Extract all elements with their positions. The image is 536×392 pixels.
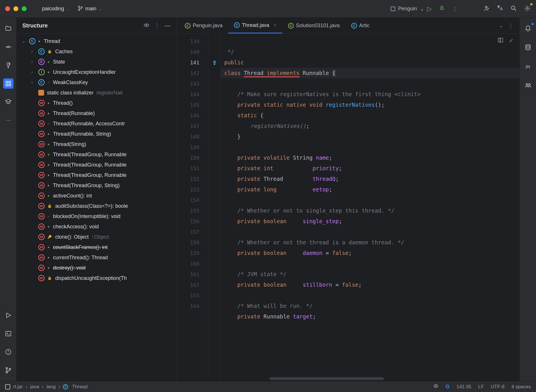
chevron-right-icon[interactable]: › <box>31 70 37 74</box>
svg-point-4 <box>485 6 487 8</box>
maven-tool-icon[interactable]: m <box>523 61 533 72</box>
translate-icon[interactable] <box>497 5 503 13</box>
file-encoding[interactable]: UTF-8 <box>491 384 505 390</box>
tree-item[interactable]: m○blockedOn(Interruptible): void <box>17 211 176 221</box>
svg-text:?: ? <box>9 63 10 65</box>
project-name: paicoding <box>42 6 64 12</box>
tree-item[interactable]: m🔒dispatchUncaughtException(Th <box>17 273 176 283</box>
dependencies-icon[interactable]: ? <box>3 60 13 70</box>
project-tool-icon[interactable] <box>3 23 13 34</box>
run-button[interactable]: ▷ <box>427 5 432 13</box>
cursor-position[interactable]: 141:35 <box>456 384 471 390</box>
tree-item[interactable]: › C 🔒 Caches <box>17 46 176 57</box>
code-editor[interactable]: */ public class Thread implements Runnab… <box>221 34 519 381</box>
code-with-me-icon[interactable] <box>483 5 490 13</box>
tree-item[interactable]: m●Thread(Runnable) <box>17 108 176 118</box>
class-icon: C <box>38 48 45 55</box>
tree-label: Thread <box>44 38 60 44</box>
database-tool-icon[interactable] <box>523 42 533 53</box>
tab-artic[interactable]: C Artic <box>346 18 375 33</box>
tree-item[interactable]: m●checkAccess(): void <box>17 221 176 232</box>
tab-menu-icon[interactable]: ⋮ <box>508 22 514 29</box>
tree-item[interactable]: m●countStackFrames(): int <box>17 242 176 252</box>
notifications-icon[interactable] <box>523 23 533 34</box>
run-config-selector[interactable]: Penguin ⌄ <box>388 5 427 13</box>
structure-tree[interactable]: ⌄ C ● Thread › C 🔒 Caches › E ● State › … <box>17 34 176 381</box>
commit-tool-icon[interactable] <box>3 42 13 52</box>
method-icon: m <box>38 100 45 106</box>
public-icon: ● <box>47 60 49 64</box>
svg-rect-13 <box>9 84 10 86</box>
structure-tool-icon[interactable] <box>3 78 13 89</box>
implements-gutter-icon[interactable] <box>208 57 221 68</box>
horizontal-scrollbar[interactable] <box>269 377 384 380</box>
tree-item[interactable]: m●Thread() <box>17 98 176 108</box>
tree-item[interactable]: › I ● UncaughtExceptionHandler <box>17 67 176 77</box>
close-window[interactable] <box>5 6 10 11</box>
more-actions[interactable]: ⋮ <box>452 5 458 12</box>
vcs-tool-icon[interactable] <box>3 365 13 375</box>
tree-item[interactable]: m●Thread(ThreadGroup, String) <box>17 180 176 191</box>
editor-tabs: C Penguin.java C Thread.java × C Solutio… <box>177 18 519 34</box>
tree-item[interactable]: static class initializer registerNati <box>17 88 176 98</box>
problems-tool-icon[interactable] <box>3 347 13 357</box>
tree-item[interactable]: m●destroy(): void <box>17 263 176 273</box>
tree-item[interactable]: m●Thread(ThreadGroup, Runnable <box>17 149 176 160</box>
tree-item[interactable]: › E ● State <box>17 57 176 67</box>
svg-point-20 <box>144 24 149 26</box>
tree-root[interactable]: ⌄ C ● Thread <box>17 36 176 46</box>
chevron-right-icon: › <box>42 384 44 390</box>
method-icon: m <box>38 151 45 158</box>
tree-item[interactable]: m○Thread(Runnable, AccessContr <box>17 118 176 129</box>
svg-point-23 <box>526 45 530 46</box>
class-icon: C <box>288 23 294 29</box>
tree-item[interactable]: m●Thread(ThreadGroup, Runnable <box>17 160 176 170</box>
window-controls <box>5 6 27 11</box>
method-icon: m <box>38 244 45 250</box>
chevron-right-icon[interactable]: › <box>31 60 37 64</box>
tab-solution[interactable]: C Solution03101.java <box>282 18 346 33</box>
tree-item[interactable]: m●Thread(String) <box>17 139 176 149</box>
collab-tool-icon[interactable] <box>523 80 533 90</box>
chevron-right-icon: › <box>59 384 60 390</box>
tree-item[interactable]: › C ○ WeakClassKey <box>17 77 176 88</box>
services-tool-icon[interactable] <box>3 310 13 320</box>
tree-item[interactable]: m●Thread(ThreadGroup, Runnable <box>17 170 176 180</box>
project-selector[interactable]: paicoding ⌄ <box>38 4 74 13</box>
learn-tool-icon[interactable] <box>3 97 13 107</box>
settings-icon[interactable] <box>524 5 531 13</box>
view-options-icon[interactable] <box>143 22 150 29</box>
search-icon[interactable] <box>510 5 517 13</box>
tab-thread[interactable]: C Thread.java × <box>228 18 282 33</box>
chevron-right-icon[interactable]: › <box>31 50 37 54</box>
google-icon[interactable]: G <box>446 384 450 390</box>
svg-rect-10 <box>6 81 7 83</box>
maximize-window[interactable] <box>22 6 27 11</box>
tree-item[interactable]: m●activeCount(): int <box>17 191 176 201</box>
tab-penguin[interactable]: C Penguin.java <box>179 18 228 33</box>
tree-item[interactable]: m🔑clone(): Object↑Object <box>17 232 176 242</box>
chevron-down-icon[interactable]: ⌄ <box>22 39 27 43</box>
branch-selector[interactable]: main ⌄ <box>74 4 106 14</box>
svg-point-22 <box>214 61 215 63</box>
svg-point-24 <box>526 84 528 85</box>
indent-settings[interactable]: 4 spaces <box>511 384 531 390</box>
close-tab-icon[interactable]: × <box>274 23 276 28</box>
tree-item[interactable]: m🔒auditSubclass(Class<?>): boole <box>17 201 176 211</box>
tab-dropdown-icon[interactable]: ⌄ <box>499 23 503 28</box>
more-tools-icon[interactable]: ⋯ <box>3 115 13 125</box>
terminal-tool-icon[interactable] <box>3 328 13 339</box>
panel-menu-icon[interactable]: ⋮ <box>154 22 160 29</box>
copilot-status-icon[interactable] <box>433 383 439 390</box>
chevron-right-icon[interactable]: › <box>31 80 37 84</box>
tree-item[interactable]: m●Thread(Runnable, String) <box>17 129 176 139</box>
panel-header: Structure ⋮ — <box>17 18 176 34</box>
line-separator[interactable]: LF <box>478 384 484 390</box>
chevron-right-icon: › <box>26 384 27 390</box>
tree-item[interactable]: m●currentThread(): Thread <box>17 252 176 263</box>
minimize-panel-icon[interactable]: — <box>164 22 171 29</box>
debug-button[interactable] <box>439 5 445 13</box>
minimize-window[interactable] <box>13 6 18 11</box>
breadcrumb[interactable]: rt.jar › java › lang › C Thread <box>5 384 88 390</box>
svg-rect-15 <box>6 331 11 336</box>
